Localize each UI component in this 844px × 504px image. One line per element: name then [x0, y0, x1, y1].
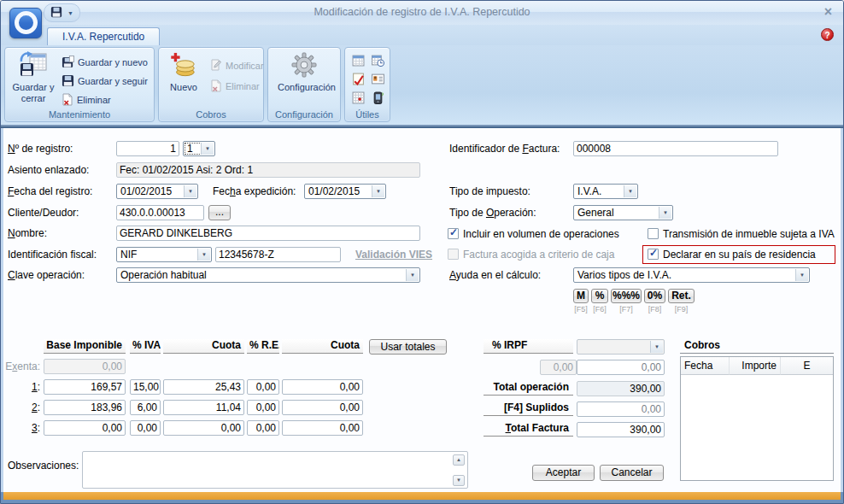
configuracion-button[interactable]: Configuración	[278, 51, 331, 93]
row2-cuota-input[interactable]: 11,04	[163, 400, 244, 415]
row1-re-input[interactable]: 0,00	[247, 379, 279, 395]
observaciones-label: Observaciones:	[8, 458, 79, 473]
chevron-down-icon[interactable]: ▼	[406, 269, 419, 281]
incluir-volumen-label[interactable]: Incluir en volumen de operaciones	[463, 226, 619, 242]
chevron-down-icon[interactable]: ▼	[659, 207, 671, 219]
delete-icon	[210, 79, 222, 94]
row3-base-input[interactable]: 0,00	[44, 420, 126, 436]
header-irpf: % IRPF	[484, 339, 573, 354]
chevron-down-icon[interactable]: ▼	[184, 185, 196, 197]
guardar-y-cerrar-button[interactable]: Guardar y cerrar	[7, 51, 60, 104]
guardar-y-seguir-button[interactable]: Guardar y seguir	[62, 73, 148, 89]
header-base-imponible: Base Imponible	[44, 339, 126, 354]
close-icon[interactable]: ×	[824, 5, 832, 19]
cobros-title-underline	[680, 353, 834, 354]
transmision-inmueble-checkbox[interactable]	[648, 228, 659, 239]
calendar-clock-icon[interactable]	[369, 51, 386, 68]
row2-label: 2:	[1, 400, 40, 415]
fkey-ret-button[interactable]: Ret.	[668, 289, 695, 303]
validacion-vies-link[interactable]: Validación VIES	[355, 249, 432, 261]
cobros-col-fecha[interactable]: Fecha	[681, 357, 730, 375]
cobros-panel-title: Cobros	[684, 337, 720, 353]
cancelar-button[interactable]: Cancelar	[600, 465, 664, 481]
save-continue-icon	[62, 74, 74, 89]
row2-cuota-re-input[interactable]: 0,00	[282, 400, 363, 415]
row2-base-input[interactable]: 183,96	[44, 400, 126, 415]
ayuda-calculo-combo[interactable]: Varios tipos de I.V.A.▼	[573, 267, 810, 283]
save-icon[interactable]	[50, 6, 62, 21]
phone-icon[interactable]	[369, 89, 386, 106]
observaciones-textarea[interactable]: ▲ ▼	[82, 451, 468, 489]
header-pct-iva: % IVA	[130, 339, 161, 354]
status-accent-strip	[3, 492, 841, 500]
aceptar-button[interactable]: Aceptar	[532, 465, 595, 481]
help-icon[interactable]: ?	[821, 28, 834, 41]
clave-operacion-combo[interactable]: Operación habitual▼	[116, 267, 420, 283]
tab-iva-repercutido[interactable]: I.V.A. Repercutido	[47, 27, 160, 46]
row3-cuota-input[interactable]: 0,00	[163, 420, 244, 436]
eliminar-registro-button[interactable]: Eliminar	[62, 92, 111, 108]
suplidos-input[interactable]: 0,00	[577, 401, 665, 417]
fkey-m-button[interactable]: M	[573, 289, 589, 303]
quick-access-toolbar[interactable]: ▼	[44, 3, 80, 22]
nuevo-cobro-button[interactable]: Nuevo	[161, 51, 207, 93]
irpf-importe-field[interactable]: 0,00	[577, 360, 665, 375]
task-check-icon[interactable]	[349, 70, 366, 87]
tipo-impuesto-label: Tipo de impuesto:	[449, 184, 530, 199]
tipo-impuesto-combo[interactable]: I.V.A.▼	[573, 184, 638, 199]
fecha-registro-combo[interactable]: 01/02/2015▼	[116, 184, 198, 199]
dropdown-arrow-icon[interactable]: ▼	[67, 10, 73, 16]
chevron-down-icon[interactable]: ▼	[372, 185, 384, 197]
declarar-residencia-label[interactable]: Declarar en su país de residencia	[663, 247, 816, 262]
total-factura-label: Total Factura	[484, 422, 573, 437]
header-pct-re: % R.E.	[247, 339, 279, 354]
fkey-m-hint: [F5]	[573, 305, 589, 314]
fkey-pctpct-button[interactable]: %%%	[611, 289, 642, 303]
row3-iva-input[interactable]: 0,00	[130, 420, 161, 436]
cobros-col-e[interactable]: E	[781, 357, 833, 375]
cliente-browse-button[interactable]: ...	[208, 205, 231, 220]
planning-grid-icon[interactable]	[349, 89, 366, 106]
cliente-input[interactable]: 430.0.0.00013	[116, 205, 204, 220]
tipo-operacion-combo[interactable]: General▼	[573, 205, 673, 220]
registro-input[interactable]: 1	[116, 141, 179, 156]
registro-combo[interactable]: 1▼	[183, 141, 215, 156]
row1-base-input[interactable]: 169,57	[44, 379, 126, 395]
ribbon-group-utiles: Útiles	[344, 47, 390, 122]
app-menu-button[interactable]	[9, 8, 42, 38]
row1-cuota-re-input[interactable]: 0,00	[282, 379, 363, 395]
row2-iva-input[interactable]: 6,00	[130, 400, 161, 415]
row3-cuota-re-input[interactable]: 0,00	[282, 420, 363, 436]
nombre-input[interactable]: GERARD DINKELBERG	[116, 226, 420, 241]
row3-re-input[interactable]: 0,00	[247, 420, 279, 436]
fecha-expedicion-combo[interactable]: 01/02/2015▼	[304, 184, 386, 199]
idfiscal-input[interactable]: 12345678-Z	[215, 247, 341, 262]
chevron-down-icon[interactable]: ▼	[197, 249, 210, 261]
guardar-y-nuevo-button[interactable]: Guardar y nuevo	[62, 55, 148, 70]
declarar-residencia-checkbox[interactable]	[648, 249, 659, 260]
incluir-volumen-checkbox[interactable]	[448, 228, 459, 239]
chevron-down-icon[interactable]: ▼	[201, 143, 214, 155]
calendar-icon[interactable]	[349, 51, 366, 68]
contact-card-icon[interactable]	[369, 70, 386, 87]
chevron-down-icon[interactable]: ▼	[795, 269, 808, 281]
row2-re-input[interactable]: 0,00	[247, 400, 279, 415]
scroll-down-icon[interactable]: ▼	[453, 475, 465, 486]
usar-totales-button[interactable]: Usar totales	[369, 339, 447, 355]
scroll-up-icon[interactable]: ▲	[453, 454, 465, 466]
row1-cuota-input[interactable]: 25,43	[163, 379, 244, 395]
row1-iva-input[interactable]: 15,00	[130, 379, 161, 395]
ribbon-group-mantenimiento: Guardar y cerrar Guardar y nuevo Guardar…	[4, 47, 155, 122]
chevron-down-icon[interactable]: ▼	[624, 185, 636, 197]
row3-label: 3:	[1, 420, 40, 436]
fkey-pct-button[interactable]: %	[591, 289, 608, 303]
eliminar-registro-label: Eliminar	[77, 95, 111, 105]
transmision-inmueble-label[interactable]: Transmisión de inmueble sujeta a IVA	[663, 226, 835, 242]
cobros-col-importe[interactable]: Importe	[730, 357, 781, 375]
header-cuota-re: Cuota	[282, 339, 363, 354]
cobros-grid[interactable]: Fecha Importe E	[680, 356, 834, 481]
identificador-input[interactable]: 000008	[573, 141, 778, 156]
guardar-y-cerrar-label: Guardar y cerrar	[13, 82, 55, 103]
fkey-0pct-button[interactable]: 0%	[644, 289, 665, 303]
idfiscal-tipo-combo[interactable]: NIF▼	[116, 247, 212, 262]
